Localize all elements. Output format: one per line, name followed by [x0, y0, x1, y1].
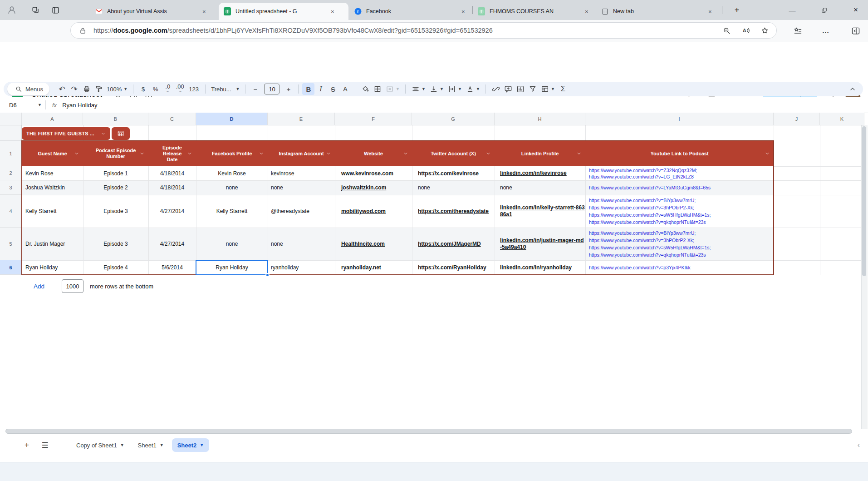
sheet-tab-sheet1[interactable]: Sheet1▼	[132, 438, 169, 452]
column-header-B[interactable]: B	[83, 113, 148, 125]
text-color-button[interactable]: A	[339, 83, 351, 95]
table-name-chip[interactable]: THE FIRST FIVE GUESTS ...	[22, 127, 130, 140]
cell-C3[interactable]: 4/18/2014	[148, 180, 196, 195]
table-header-youtube-link-to-podcast[interactable]: Youtube Link to Podcast	[585, 141, 774, 166]
cell-C5[interactable]: 4/27/2014	[148, 228, 196, 260]
cell-I4[interactable]: https://www.youtube.com/watch?v=BiYp3ww7…	[585, 195, 774, 228]
column-header-K[interactable]: K	[820, 113, 864, 125]
cell-E6[interactable]: ryanholiday	[268, 260, 335, 275]
row-header-3[interactable]: 3	[0, 180, 22, 195]
tab-close-icon[interactable]: ×	[708, 8, 712, 15]
cell-E4[interactable]: @thereadystate	[268, 195, 335, 228]
cell-G6[interactable]: https://x.com/RyanHoliday	[412, 260, 495, 275]
cell-B4[interactable]: Episode 3	[83, 195, 148, 228]
table-header-episode-release-date[interactable]: Episode Release Date	[148, 141, 196, 166]
browser-tab-1[interactable]: About your Virtual Assis×	[90, 3, 218, 20]
tab-close-icon[interactable]: ×	[461, 8, 465, 15]
cell-B6[interactable]: Episode 4	[83, 260, 148, 275]
cell-I5[interactable]: https://www.youtube.com/watch?v=BiYp3ww7…	[585, 228, 774, 260]
column-dropdown-icon[interactable]	[576, 151, 582, 156]
cell-B2[interactable]: Episode 1	[83, 166, 148, 180]
sheet-scroll-left-icon[interactable]: ‹	[858, 441, 860, 449]
cell-F4[interactable]: mobilitywod.com	[335, 195, 412, 228]
cell-A6[interactable]: Ryan Holiday	[22, 260, 83, 275]
browser-tab-2[interactable]: Untitled spreadsheet - G×	[219, 3, 348, 20]
browser-tab-4[interactable]: FHMOMS COURSES AN×	[473, 3, 595, 20]
more-formats-button[interactable]: 123	[186, 83, 201, 95]
cell-H4[interactable]: linkedin.com/in/kelly-starrett-86386a1	[495, 195, 585, 228]
table-views-button[interactable]: ▼	[539, 83, 557, 95]
column-dropdown-icon[interactable]	[485, 151, 491, 156]
format-currency-button[interactable]: $	[137, 83, 149, 95]
tab-close-icon[interactable]: ×	[202, 8, 206, 15]
cell-F6[interactable]: ryanholiday.net	[335, 260, 412, 275]
vertical-align-button[interactable]: ▼	[427, 83, 446, 95]
column-header-A[interactable]: A	[22, 113, 83, 125]
select-all-corner[interactable]	[0, 113, 22, 125]
table-header-podcast-episode-number[interactable]: Podcast Episode Number	[83, 141, 148, 166]
cell-A5[interactable]: Dr. Justin Mager	[22, 228, 83, 260]
add-rows-count-input[interactable]: 1000	[62, 279, 83, 293]
cell-F3[interactable]: joshwaitzkin.com	[335, 180, 412, 195]
text-rotation-button[interactable]: ▼	[464, 83, 482, 95]
strikethrough-button[interactable]: S	[327, 83, 339, 95]
hide-toolbar-chevron-icon[interactable]	[846, 83, 858, 95]
create-filter-button[interactable]	[526, 83, 539, 95]
browser-profile-icon[interactable]	[6, 5, 17, 15]
address-bar[interactable]: https://docs.google.com/spreadsheets/d/1…	[70, 22, 777, 39]
favorites-icon[interactable]	[792, 25, 803, 36]
column-dropdown-icon[interactable]	[139, 151, 145, 156]
column-header-H[interactable]: H	[495, 113, 585, 125]
table-header-linkedin-profile[interactable]: LinkedIn Profile	[495, 141, 585, 166]
cell-B3[interactable]: Episode 2	[83, 180, 148, 195]
column-header-G[interactable]: G	[412, 113, 495, 125]
cell-H6[interactable]: linkedin.com/in/ryanholiday	[495, 260, 585, 275]
font-select[interactable]: Trebu...▼	[209, 83, 241, 95]
formula-input[interactable]: Ryan Holiday	[62, 102, 97, 109]
tab-close-icon[interactable]: ×	[331, 8, 334, 15]
row-header-1[interactable]: 1	[0, 141, 22, 166]
new-tab-button[interactable]: +	[731, 5, 742, 15]
cell-A4[interactable]: Kelly Starrett	[22, 195, 83, 228]
column-dropdown-icon[interactable]	[403, 151, 408, 156]
row-header-5[interactable]: 5	[0, 228, 22, 260]
column-header-J[interactable]: J	[774, 113, 820, 125]
cell-E5[interactable]: none	[268, 228, 335, 260]
cell-D5[interactable]: none	[196, 228, 268, 260]
cell-F2[interactable]: www.kevinrose.com	[335, 166, 412, 180]
paint-format-button[interactable]	[93, 83, 105, 95]
bold-button[interactable]: B	[302, 83, 314, 95]
vertical-scrollbar-thumb[interactable]	[862, 126, 866, 276]
cell-G2[interactable]: https://x.com/kevinrose	[412, 166, 495, 180]
italic-button[interactable]: I	[314, 83, 327, 95]
table-header-twitter-account-x[interactable]: Twitter Account (X)	[412, 141, 495, 166]
cell-C6[interactable]: 5/6/2014	[148, 260, 196, 275]
fill-color-button[interactable]	[359, 83, 371, 95]
row-header-6[interactable]: 6	[0, 260, 22, 275]
cell-E2[interactable]: kevinrose	[268, 166, 335, 180]
zoom-select[interactable]: 100%▼	[105, 83, 129, 95]
browser-tab-5[interactable]: New tab×	[596, 3, 721, 20]
column-header-I[interactable]: I	[585, 113, 774, 125]
column-dropdown-icon[interactable]	[259, 151, 264, 156]
cell-H3[interactable]: none	[495, 180, 585, 195]
tab-groups-icon[interactable]	[30, 5, 41, 15]
row-header-4[interactable]: 4	[0, 195, 22, 228]
more-options-icon[interactable]: …	[820, 25, 831, 36]
sheet-tab-sheet2[interactable]: Sheet2▼	[172, 438, 210, 452]
cell-D3[interactable]: none	[196, 180, 268, 195]
zoom-out-icon[interactable]	[720, 24, 733, 37]
sidebar-icon[interactable]	[850, 25, 861, 36]
menus-search-button[interactable]: Menus	[7, 83, 49, 95]
cell-G3[interactable]: none	[412, 180, 495, 195]
url-text[interactable]: https://docs.google.com/spreadsheets/d/1…	[93, 27, 720, 34]
format-percent-button[interactable]: %	[149, 83, 162, 95]
workspaces-icon[interactable]	[50, 5, 61, 15]
borders-button[interactable]	[371, 83, 383, 95]
cell-E3[interactable]: none	[268, 180, 335, 195]
cell-H5[interactable]: linkedin.com/in/justin-mager-md-5a49a410	[495, 228, 585, 260]
cell-D2[interactable]: Kevin Rose	[196, 166, 268, 180]
add-rows-button[interactable]: Add	[27, 281, 51, 292]
column-dropdown-icon[interactable]	[326, 151, 331, 156]
redo-button[interactable]: ↷	[68, 83, 80, 95]
